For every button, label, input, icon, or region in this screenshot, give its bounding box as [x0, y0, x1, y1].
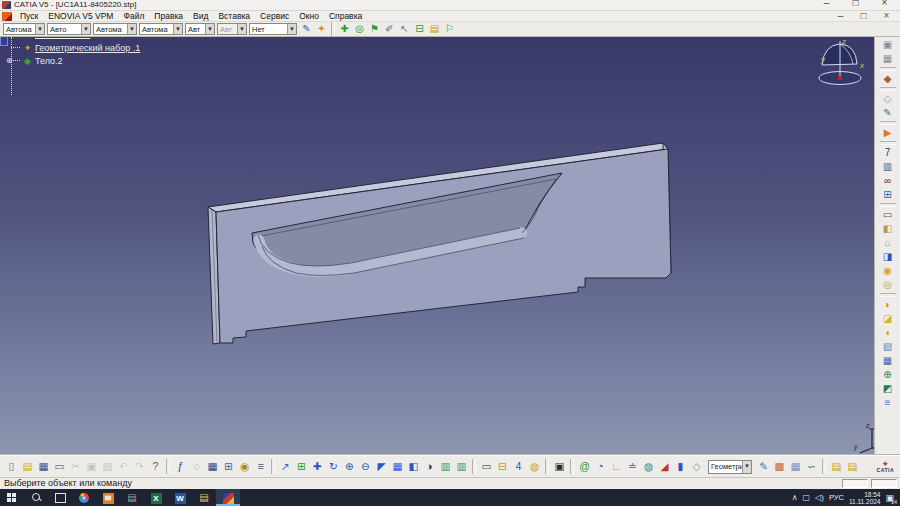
save-icon[interactable]: ▦ — [36, 459, 51, 474]
chevron-down-icon[interactable]: ▼ — [205, 24, 214, 34]
pick-pen-icon[interactable]: ✐ — [382, 22, 397, 36]
catalog-book-icon[interactable]: ▤ — [427, 22, 442, 36]
start-button[interactable] — [0, 489, 24, 506]
menu-start[interactable]: Пуск — [15, 11, 43, 21]
render-style-icon[interactable]: ◑ — [422, 459, 437, 474]
structure-tree-icon[interactable]: ⊞ — [221, 459, 236, 474]
measure-ruler-icon[interactable]: ⊟ — [495, 459, 510, 474]
binoculars-icon[interactable]: ∞ — [880, 174, 896, 188]
status-field-1[interactable] — [842, 479, 868, 488]
pad-icon[interactable]: ▭ — [880, 208, 896, 222]
green-swoosh-icon[interactable]: ∽ — [804, 459, 819, 474]
fit-all-in-icon[interactable]: ⊞ — [294, 459, 309, 474]
mail-at-icon[interactable]: @ — [577, 459, 592, 474]
zoom-out-icon[interactable]: ⊖ — [358, 459, 373, 474]
selection-arrow-icon[interactable]: ↖ — [397, 22, 412, 36]
mdi-close-button[interactable]: × — [879, 9, 894, 23]
hide-show-icon[interactable]: ▥ — [438, 459, 453, 474]
notification-center-icon[interactable]: ▣14 — [885, 493, 894, 503]
3d-viewport[interactable]: z x y z x y ✦ Плоскость zx ✦ Геометричес… — [0, 37, 874, 455]
status-field-2[interactable] — [871, 479, 897, 488]
catalog-browser-icon[interactable]: ▤ — [829, 459, 844, 474]
menu-enovia[interactable]: ENOVIA V5 VPM — [43, 11, 118, 21]
tree-item-plane-zx[interactable]: ✦ Плоскость zx — [0, 37, 140, 40]
padlock-icon[interactable]: ◍ — [527, 459, 542, 474]
histogram-icon[interactable]: ▮ — [673, 459, 688, 474]
context-help-icon[interactable]: ? — [148, 459, 163, 474]
update-icon[interactable]: ✚ — [337, 22, 352, 36]
outlook-icon[interactable]: ✉ — [96, 489, 120, 506]
cylinder-analysis-icon[interactable]: ◍ — [641, 459, 656, 474]
window-tile-icon[interactable]: ▦ — [880, 52, 896, 66]
menu-edit[interactable]: Правка — [149, 11, 188, 21]
chevron-down-icon[interactable]: ▼ — [35, 24, 44, 34]
fly-mode-icon[interactable]: ↗ — [278, 459, 293, 474]
formula-icon[interactable]: ƒ — [173, 459, 188, 474]
new-window-icon[interactable]: ▥ — [880, 160, 896, 174]
inertia-icon[interactable]: ◢ — [657, 459, 672, 474]
working-support-combo[interactable]: Геометрический набор .1 ▼ — [708, 460, 752, 474]
menu-insert[interactable]: Вставка — [213, 11, 255, 21]
mean-dimensions-flag-icon[interactable]: ⚑ — [367, 22, 382, 36]
measure-item-icon[interactable]: ∟ — [609, 459, 624, 474]
properties-wizard-icon[interactable]: ✦ — [314, 22, 329, 36]
network-icon[interactable]: ▢ — [802, 493, 810, 502]
search-button[interactable] — [24, 489, 48, 506]
print-area-icon[interactable]: ▭ — [479, 459, 494, 474]
window-layout-icon[interactable]: ▣ — [880, 38, 896, 52]
zoom-in-icon[interactable]: ⊕ — [342, 459, 357, 474]
multi-view-icon[interactable]: ▦ — [390, 459, 405, 474]
catia-taskbar-icon[interactable] — [216, 489, 240, 506]
file-explorer-icon[interactable]: ▤ — [192, 489, 216, 506]
chrome-icon[interactable] — [72, 489, 96, 506]
graphic-properties-combo-5[interactable]: Авт▼ — [185, 23, 215, 35]
shaft-icon[interactable]: ◨ — [880, 250, 896, 264]
pocket-icon[interactable]: ⌂ — [880, 236, 896, 250]
texture-map-icon[interactable]: ▩ — [772, 459, 787, 474]
swap-visible-space-icon[interactable]: ▥ — [454, 459, 469, 474]
design-table-icon[interactable]: ▦ — [205, 459, 220, 474]
measure-between-icon[interactable]: ≐ — [625, 459, 640, 474]
list-icon[interactable]: ≡ — [253, 459, 268, 474]
annotations-icon[interactable]: 4 — [511, 459, 526, 474]
material-grid-icon[interactable]: ▦ — [788, 459, 803, 474]
rotate-icon[interactable]: ↻ — [326, 459, 341, 474]
thread-icon[interactable]: ⊕ — [880, 368, 896, 382]
task-view-button[interactable] — [48, 489, 72, 506]
graphic-properties-combo-2[interactable]: Авто▼ — [47, 23, 91, 35]
word-icon[interactable]: W — [168, 489, 192, 506]
graphic-properties-combo-4[interactable]: Автома▼ — [139, 23, 183, 35]
chevron-down-icon[interactable]: ▼ — [742, 461, 751, 473]
world-clock-icon[interactable]: ◔ — [593, 459, 608, 474]
surface-feature-icon[interactable]: ◩ — [880, 382, 896, 396]
chevron-down-icon[interactable]: ▼ — [127, 24, 136, 34]
print-icon[interactable]: ▭ — [52, 459, 67, 474]
iso-view-icon[interactable]: ◧ — [406, 459, 421, 474]
pan-icon[interactable]: ✚ — [310, 459, 325, 474]
chevron-down-icon[interactable]: ▼ — [81, 24, 90, 34]
hidden-icons-chevron[interactable]: ∧ — [792, 493, 798, 502]
chevron-down-icon[interactable]: ▼ — [173, 24, 182, 34]
no-show-flag-icon[interactable]: ⚐ — [442, 22, 457, 36]
mdi-restore-button[interactable]: □ — [856, 9, 871, 23]
chamfer-icon[interactable]: ◪ — [880, 312, 896, 326]
groove-icon[interactable]: ◉ — [880, 264, 896, 278]
thickness-icon[interactable]: ▦ — [880, 354, 896, 368]
menu-view[interactable]: Вид — [188, 11, 213, 21]
chevron-down-icon[interactable]: ▼ — [287, 24, 296, 34]
compass-anchor-dot[interactable] — [838, 76, 842, 80]
graphic-properties-combo-3[interactable]: Автома▼ — [93, 23, 137, 35]
axis-system-icon[interactable]: ◎ — [352, 22, 367, 36]
print-manager-icon[interactable]: ▤ — [120, 489, 144, 506]
free-diamond-icon[interactable]: ◇ — [689, 459, 704, 474]
draft-angle-icon[interactable]: ◖ — [880, 326, 896, 340]
ruler-icon[interactable]: ⊟ — [412, 22, 427, 36]
menu-window[interactable]: Окно — [294, 11, 324, 21]
start-menu-icon[interactable] — [2, 12, 12, 21]
view-compass[interactable]: z x y — [819, 37, 865, 85]
fillet-icon[interactable]: ◗ — [880, 298, 896, 312]
drafted-pad-icon[interactable]: ◧ — [880, 222, 896, 236]
mdi-minimize-button[interactable]: – — [833, 9, 848, 23]
volume-icon[interactable]: ◁) — [815, 493, 824, 502]
excel-icon[interactable]: X — [144, 489, 168, 506]
